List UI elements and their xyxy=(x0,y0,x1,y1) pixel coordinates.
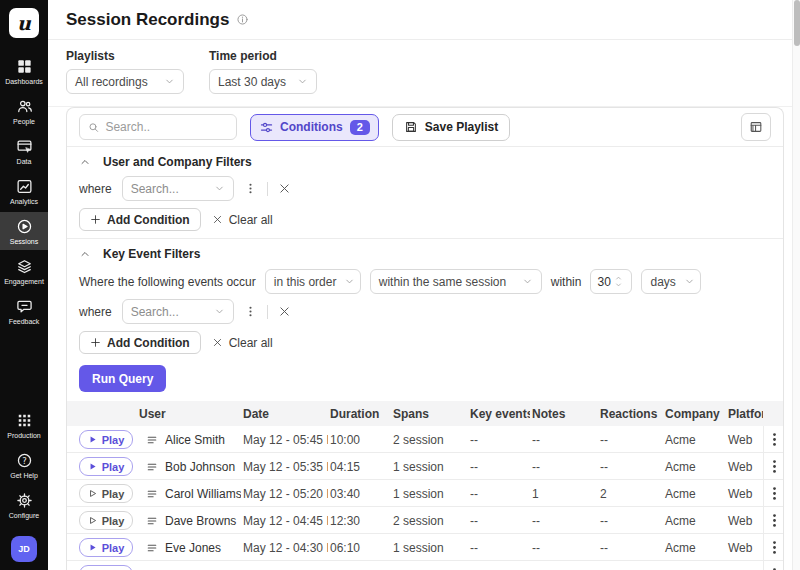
manage-columns-button[interactable] xyxy=(741,113,771,141)
table-columns-icon xyxy=(749,120,763,134)
stepper-up-icon[interactable] xyxy=(615,275,622,281)
close-icon xyxy=(212,337,223,348)
condition-select[interactable]: Search... xyxy=(122,299,234,324)
sidebar-item-engagement[interactable]: Engagement xyxy=(0,252,48,290)
cell-date: May 12 - 05:20 PM xyxy=(241,487,328,501)
time-unit-value: days xyxy=(650,275,675,289)
chevron-down-icon xyxy=(214,306,225,317)
sidebar-item-label: Production xyxy=(7,432,40,439)
clear-all-label: Clear all xyxy=(229,213,273,227)
page-scrollbar[interactable] xyxy=(792,0,800,570)
remove-condition-icon[interactable] xyxy=(278,182,291,195)
event-scope-select[interactable]: within the same session xyxy=(370,269,542,294)
chevron-up-icon xyxy=(79,156,91,168)
remove-condition-icon[interactable] xyxy=(278,305,291,318)
app-root: u DashboardsPeopleDataAnalyticsSessionsE… xyxy=(0,0,800,570)
sidebar-item-sessions[interactable]: Sessions xyxy=(0,212,48,250)
conditions-label: Conditions xyxy=(280,120,343,134)
condition-menu-icon[interactable] xyxy=(244,182,257,195)
sidebar-item-label: Dashboards xyxy=(5,78,43,85)
save-playlist-button[interactable]: Save Playlist xyxy=(392,114,510,141)
divider xyxy=(267,182,268,196)
key-event-filters-header[interactable]: Key Event Filters xyxy=(79,244,771,264)
cell-reactions: -- xyxy=(598,541,663,555)
condition-select[interactable]: Search... xyxy=(122,176,234,201)
cell-user[interactable]: Carol Williams xyxy=(137,487,241,501)
cell-play: Play xyxy=(67,511,137,530)
sidebar-item-analytics[interactable]: Analytics xyxy=(0,172,48,210)
filter-bar: Playlists All recordings Time period Las… xyxy=(48,40,800,107)
clear-all-button[interactable]: Clear all xyxy=(212,336,273,350)
clear-all-button[interactable]: Clear all xyxy=(212,213,273,227)
row-menu-button[interactable] xyxy=(763,507,783,534)
sidebar-item-production[interactable]: Production xyxy=(0,406,48,444)
cell-user[interactable]: Alice Smith xyxy=(137,433,241,447)
playlists-value: All recordings xyxy=(75,75,148,89)
sidebar-item-people[interactable]: People xyxy=(0,92,48,130)
run-query-button[interactable]: Run Query xyxy=(79,365,166,392)
table-body: Play Alice Smith May 12 - 05:45 PM 10:00… xyxy=(67,426,783,570)
play-filled-icon xyxy=(88,543,97,552)
cell-user[interactable]: Bob Johnson xyxy=(137,460,241,474)
column-header-company[interactable]: Company xyxy=(663,407,726,421)
table-row: Play Bob Johnson May 12 - 05:35 PM 04:15… xyxy=(67,453,783,480)
column-header-spans[interactable]: Spans xyxy=(391,407,468,421)
conditions-button[interactable]: Conditions 2 xyxy=(250,114,379,141)
stepper-down-icon[interactable] xyxy=(615,282,622,288)
session-list-icon xyxy=(146,461,158,473)
column-header-notes[interactable]: Notes xyxy=(530,407,598,421)
recordings-table: UserDateDurationSpansKey eventsNotesReac… xyxy=(67,401,783,570)
play-button[interactable]: Play xyxy=(79,565,133,570)
table-row: Play Alice Smith May 12 - 05:45 PM 10:00… xyxy=(67,426,783,453)
cell-notes: -- xyxy=(530,514,598,528)
user-company-filters-header[interactable]: User and Company Filters xyxy=(79,152,771,172)
column-header-platform[interactable]: Platform xyxy=(726,407,763,421)
column-header-reactions[interactable]: Reactions xyxy=(598,407,663,421)
search-input[interactable] xyxy=(105,120,228,134)
time-unit-select[interactable]: days xyxy=(641,269,701,294)
sidebar-nav-top: DashboardsPeopleDataAnalyticsSessionsEng… xyxy=(0,52,48,332)
cell-user[interactable]: Dave Browns xyxy=(137,514,241,528)
sidebar-item-configure[interactable]: Configure xyxy=(0,486,48,524)
column-header-user[interactable]: User xyxy=(137,407,241,421)
user-avatar[interactable]: JD xyxy=(11,536,37,562)
play-button[interactable]: Play xyxy=(79,538,133,557)
scrollbar-thumb[interactable] xyxy=(794,0,800,46)
sidebar-item-data[interactable]: Data xyxy=(0,132,48,170)
info-icon[interactable] xyxy=(236,13,249,26)
sidebar-nav-bottom: Production?Get HelpConfigure xyxy=(0,406,48,526)
add-condition-button[interactable]: Add Condition xyxy=(79,331,201,354)
save-icon xyxy=(404,120,418,134)
play-button[interactable]: Play xyxy=(79,484,133,503)
column-header-key-events[interactable]: Key events xyxy=(468,407,530,421)
cell-user[interactable]: Eve Jones xyxy=(137,541,241,555)
event-order-select[interactable]: in this order xyxy=(265,269,361,294)
add-condition-button[interactable]: Add Condition xyxy=(79,208,201,231)
condition-row: where Search... xyxy=(79,298,771,325)
row-menu-button[interactable] xyxy=(763,534,783,561)
row-menu-button[interactable] xyxy=(763,480,783,507)
analytics-icon xyxy=(16,178,33,195)
logo-letter: u xyxy=(17,12,31,34)
sidebar-item-feedback[interactable]: Feedback xyxy=(0,292,48,330)
app-logo[interactable]: u xyxy=(9,8,39,38)
search-icon xyxy=(88,121,99,134)
cell-company: Acme xyxy=(663,541,726,555)
play-button[interactable]: Play xyxy=(79,511,133,530)
cell-duration: 12:30 xyxy=(328,514,391,528)
row-menu-button[interactable] xyxy=(763,453,783,480)
play-button[interactable]: Play xyxy=(79,430,133,449)
column-header-date[interactable]: Date xyxy=(241,407,328,421)
condition-actions: Add Condition Clear all xyxy=(79,331,771,354)
row-menu-button[interactable] xyxy=(763,561,783,570)
sidebar-item-get-help[interactable]: ?Get Help xyxy=(0,446,48,484)
chevron-down-icon xyxy=(522,276,533,287)
column-header-duration[interactable]: Duration xyxy=(328,407,391,421)
sidebar-item-dashboards[interactable]: Dashboards xyxy=(0,52,48,90)
play-button[interactable]: Play xyxy=(79,457,133,476)
condition-menu-icon[interactable] xyxy=(244,305,257,318)
playlists-select[interactable]: All recordings xyxy=(66,69,184,94)
time-period-select[interactable]: Last 30 days xyxy=(209,69,317,94)
row-menu-button[interactable] xyxy=(763,426,783,453)
within-days-input[interactable] xyxy=(597,275,615,289)
